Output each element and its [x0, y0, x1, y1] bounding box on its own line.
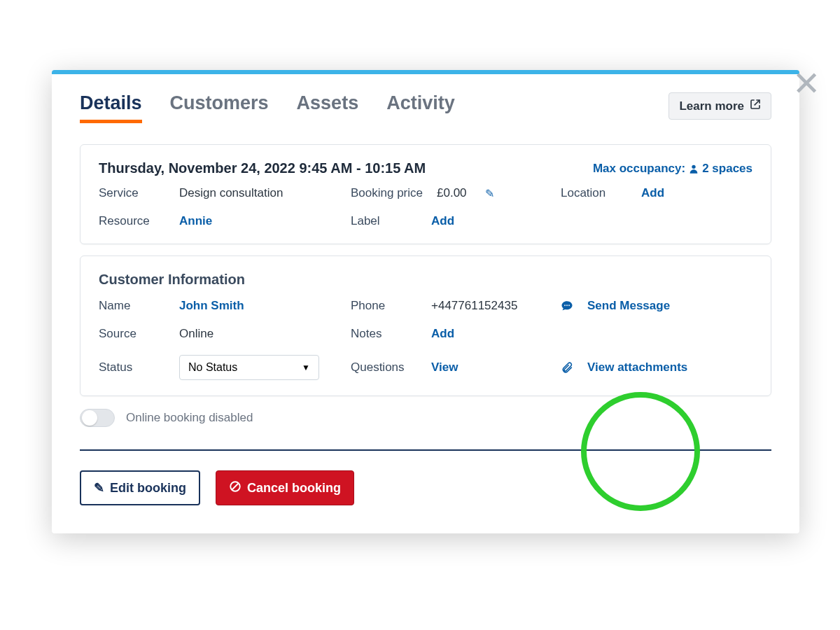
- max-occupancy-value: 2 spaces: [702, 162, 752, 176]
- online-booking-row: Online booking disabled: [80, 409, 771, 427]
- max-occupancy-label: Max occupancy:: [593, 162, 685, 176]
- online-booking-label: Online booking disabled: [126, 411, 253, 425]
- customer-info-card: Customer Information Name John Smith Pho…: [80, 255, 771, 396]
- view-attachments-link[interactable]: View attachments: [587, 360, 687, 374]
- add-label-link[interactable]: Add: [431, 214, 454, 228]
- status-select[interactable]: No Status ▼: [179, 355, 319, 380]
- booking-price-label: Booking price: [351, 186, 423, 200]
- view-questions-link[interactable]: View: [431, 360, 458, 374]
- online-booking-toggle[interactable]: [80, 409, 115, 427]
- tab-customers[interactable]: Customers: [170, 92, 269, 123]
- cancel-booking-label: Cancel booking: [247, 481, 341, 496]
- notes-label: Notes: [351, 327, 417, 341]
- external-link-icon: [750, 99, 761, 113]
- modal-body: Thursday, November 24, 2022 9:45 AM - 10…: [52, 123, 799, 533]
- svg-point-3: [568, 304, 570, 306]
- source-label: Source: [99, 327, 165, 341]
- chevron-down-icon: ▼: [302, 363, 310, 372]
- service-label: Service: [99, 186, 165, 200]
- booking-price-value: £0.00: [437, 186, 467, 200]
- status-label: Status: [99, 360, 165, 374]
- max-occupancy-link[interactable]: Max occupancy: 2 spaces: [593, 162, 752, 176]
- svg-point-2: [566, 304, 568, 306]
- phone-label: Phone: [351, 299, 417, 313]
- tab-details[interactable]: Details: [80, 92, 142, 123]
- person-icon: [688, 163, 699, 174]
- send-message-link[interactable]: Send Message: [587, 299, 670, 313]
- resource-link[interactable]: Annie: [179, 214, 212, 228]
- edit-booking-label: Edit booking: [110, 481, 186, 496]
- resource-label: Resource: [99, 214, 165, 228]
- learn-more-button[interactable]: Learn more: [668, 92, 771, 120]
- edit-price-icon[interactable]: ✎: [485, 187, 494, 200]
- customer-info-title: Customer Information: [99, 272, 752, 288]
- booking-datetime: Thursday, November 24, 2022 9:45 AM - 10…: [99, 160, 426, 176]
- source-value: Online: [179, 327, 214, 341]
- booking-summary-card: Thursday, November 24, 2022 9:45 AM - 10…: [80, 144, 771, 244]
- modal-header: Details Customers Assets Activity Learn …: [52, 74, 799, 123]
- service-value: Design consultation: [179, 186, 283, 200]
- action-buttons: ✎ Edit booking Cancel booking: [80, 470, 771, 505]
- add-location-link[interactable]: Add: [641, 186, 664, 200]
- tab-bar: Details Customers Assets Activity: [80, 92, 455, 123]
- questions-label: Questions: [351, 360, 417, 374]
- toggle-knob: [82, 410, 97, 426]
- pencil-icon: ✎: [94, 480, 104, 496]
- status-value: No Status: [188, 361, 237, 374]
- svg-point-0: [692, 164, 695, 168]
- prohibit-icon: [229, 480, 241, 496]
- booking-details-modal: ✕ Details Customers Assets Activity Lear…: [52, 70, 799, 533]
- phone-value: +447761152435: [431, 299, 517, 313]
- add-notes-link[interactable]: Add: [431, 327, 454, 341]
- cancel-booking-button[interactable]: Cancel booking: [216, 470, 354, 505]
- svg-line-5: [232, 483, 238, 489]
- divider: [80, 449, 771, 451]
- name-label: Name: [99, 299, 165, 313]
- learn-more-label: Learn more: [679, 99, 744, 113]
- paperclip-icon: [561, 361, 573, 374]
- customer-name-link[interactable]: John Smith: [179, 299, 244, 313]
- tab-assets[interactable]: Assets: [297, 92, 359, 123]
- chat-icon: [561, 300, 573, 312]
- svg-point-1: [564, 304, 566, 306]
- label-label: Label: [351, 214, 417, 228]
- tab-activity[interactable]: Activity: [386, 92, 455, 123]
- edit-booking-button[interactable]: ✎ Edit booking: [80, 470, 200, 505]
- location-label: Location: [561, 186, 627, 200]
